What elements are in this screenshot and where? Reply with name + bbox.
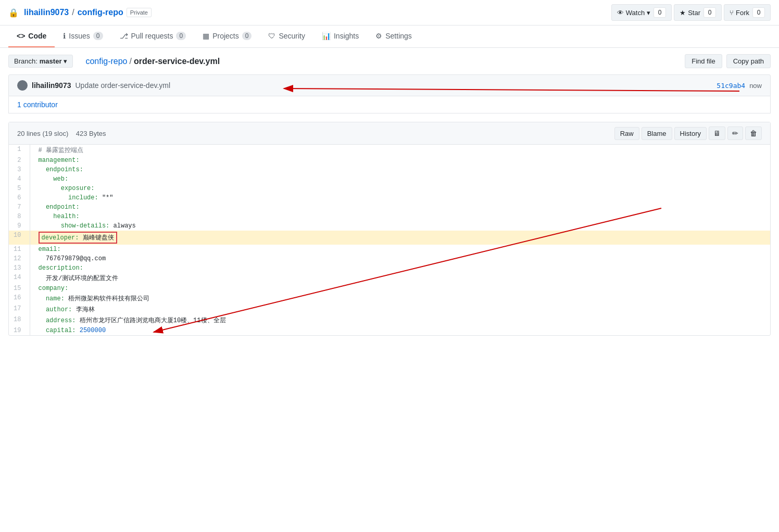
fork-count: 0 (752, 7, 765, 18)
raw-button[interactable]: Raw (614, 127, 639, 140)
line-code: developer: 巅峰键盘侠 (30, 231, 770, 245)
line-number[interactable]: 6 (9, 193, 30, 202)
line-number[interactable]: 8 (9, 212, 30, 221)
line-number[interactable]: 1 (9, 145, 30, 156)
tab-projects[interactable]: ▦ Projects 0 (194, 26, 260, 47)
file-viewer: 20 lines (19 sloc) 423 Bytes Raw Blame H… (8, 122, 771, 336)
commit-author[interactable]: lihailin9073 (32, 81, 71, 90)
line-number[interactable]: 12 (9, 254, 30, 263)
tab-code-label: Code (28, 32, 46, 40)
file-header: 20 lines (19 sloc) 423 Bytes Raw Blame H… (9, 122, 770, 145)
star-button[interactable]: ★ Star 0 (674, 4, 722, 21)
star-label: Star (688, 9, 700, 17)
line-number[interactable]: 15 (9, 284, 30, 293)
repo-owner[interactable]: lihailin9073 (24, 8, 69, 17)
line-code: author: 李海林 (30, 304, 770, 315)
svg-point-0 (20, 82, 24, 86)
line-code: 开发/测试环境的配置文件 (30, 273, 770, 284)
commit-sha[interactable]: 51c9ab4 (717, 82, 745, 90)
line-number[interactable]: 9 (9, 221, 30, 231)
delete-icon[interactable]: 🗑 (745, 126, 762, 140)
line-number[interactable]: 3 (9, 165, 30, 174)
line-number[interactable]: 19 (9, 326, 30, 335)
line-code: endpoint: (30, 202, 770, 212)
file-path: config-repo / order-service-dev.yml (85, 57, 220, 66)
watch-dropdown-icon: ▾ (647, 9, 650, 17)
title-separator: / (72, 8, 74, 17)
fork-button[interactable]: ⑂ Fork 0 (724, 4, 771, 21)
settings-icon: ⚙ (375, 32, 382, 40)
tab-pr-label: Pull requests (131, 32, 173, 40)
branch-selector[interactable]: Branch: master ▾ (8, 55, 73, 68)
branch-name: master (40, 57, 62, 65)
repo-name[interactable]: config-repo (78, 8, 123, 17)
commit-bar: lihailin9073 Update order-service-dev.ym… (8, 74, 771, 96)
line-code: company: (30, 284, 770, 293)
branch-label: Branch: (14, 57, 37, 65)
blame-button[interactable]: Blame (642, 127, 672, 140)
file-meta: 20 lines (19 sloc) 423 Bytes (17, 130, 106, 137)
projects-count: 0 (242, 32, 252, 40)
repo-title: 🔒 lihailin9073 / config-repo Private (8, 8, 152, 18)
file-lines: 20 lines (19 sloc) (17, 130, 68, 137)
projects-icon: ▦ (203, 32, 209, 40)
tab-issues[interactable]: ℹ Issues 0 (55, 26, 111, 47)
find-file-button[interactable]: Find file (685, 54, 722, 68)
tab-settings[interactable]: ⚙ Settings (367, 26, 420, 47)
desktop-icon[interactable]: 🖥 (709, 126, 725, 140)
breadcrumb-repo-link[interactable]: config-repo (85, 57, 127, 66)
line-number[interactable]: 14 (9, 273, 30, 284)
tab-settings-label: Settings (385, 32, 412, 40)
line-code: # 暴露监控端点 (30, 145, 770, 156)
file-path-bar: Branch: master ▾ config-repo / order-ser… (0, 48, 779, 74)
tab-insights-label: Insights (334, 32, 359, 40)
line-number[interactable]: 7 (9, 202, 30, 212)
edit-icon[interactable]: ✏ (727, 126, 743, 140)
line-code: name: 梧州微架构软件科技有限公司 (30, 293, 770, 304)
contributors-bar: 1 contributor (8, 96, 771, 113)
line-code: capital: 2500000 (30, 326, 770, 335)
issues-icon: ℹ (63, 32, 66, 40)
lock-icon: 🔒 (8, 8, 19, 18)
line-code: 767679879@qq.com (30, 254, 770, 263)
breadcrumb-separator: / (130, 57, 132, 66)
code-table: 1# 暴露监控端点2management:3 endpoints:4 web:5… (9, 145, 770, 335)
line-number[interactable]: 11 (9, 245, 30, 254)
contributor-link[interactable]: 1 contributor (17, 100, 58, 109)
line-code: include: "*" (30, 193, 770, 202)
issues-count: 0 (93, 32, 103, 40)
line-number[interactable]: 10 (9, 231, 30, 245)
watch-label: Watch (626, 9, 645, 17)
line-code: endpoints: (30, 165, 770, 174)
line-number[interactable]: 2 (9, 156, 30, 165)
tab-pull-requests[interactable]: ⎇ Pull requests 0 (111, 26, 195, 47)
eye-icon: 👁 (617, 9, 624, 17)
line-code: email: (30, 245, 770, 254)
copy-path-button[interactable]: Copy path (726, 54, 771, 68)
tab-issues-label: Issues (69, 32, 90, 40)
watch-button[interactable]: 👁 Watch ▾ 0 (611, 4, 672, 21)
line-number[interactable]: 5 (9, 184, 30, 193)
code-icon: <> (17, 32, 25, 40)
line-number[interactable]: 17 (9, 304, 30, 315)
line-code: web: (30, 174, 770, 184)
fork-label: Fork (736, 9, 749, 17)
line-number[interactable]: 4 (9, 174, 30, 184)
svg-point-1 (19, 87, 26, 91)
pr-count: 0 (176, 32, 186, 40)
top-actions: 👁 Watch ▾ 0 ★ Star 0 ⑂ Fork 0 (611, 4, 771, 21)
line-code: exposure: (30, 184, 770, 193)
line-code: health: (30, 212, 770, 221)
tab-insights[interactable]: 📊 Insights (313, 26, 367, 47)
tab-code[interactable]: <> Code (8, 26, 55, 47)
line-number[interactable]: 13 (9, 263, 30, 273)
fork-icon: ⑂ (730, 9, 734, 17)
tab-security[interactable]: 🛡 Security (260, 26, 313, 47)
history-button[interactable]: History (674, 127, 707, 140)
commit-message: Update order-service-dev.yml (75, 81, 170, 90)
tab-projects-label: Projects (212, 32, 239, 40)
line-number[interactable]: 16 (9, 293, 30, 304)
line-number[interactable]: 18 (9, 315, 30, 326)
file-path-actions: Find file Copy path (685, 54, 771, 68)
tab-security-label: Security (279, 32, 305, 40)
